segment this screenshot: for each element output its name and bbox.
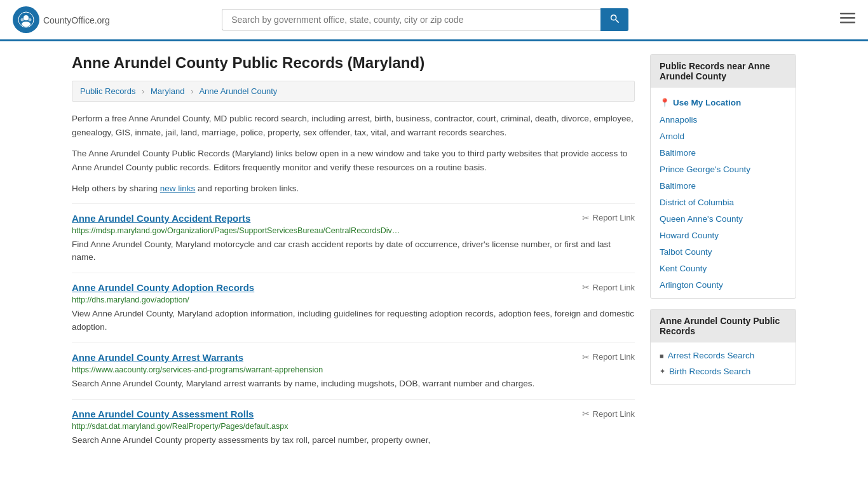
record-url-2[interactable]: https://www.aacounty.org/services-and-pr…	[72, 365, 635, 374]
nearby-link-item: Queen Anne's County	[651, 210, 796, 227]
rec-icon-1: ✦	[660, 367, 665, 376]
record-desc-1: View Anne Arundel County, Maryland adopt…	[72, 308, 635, 334]
nearby-link-9[interactable]: Kent County	[660, 264, 707, 273]
records-link-item: ✦Birth Records Search	[651, 363, 796, 379]
new-links-link[interactable]: new links	[160, 184, 196, 193]
nearby-link-3[interactable]: Prince George's County	[660, 165, 750, 174]
record-title-2[interactable]: Anne Arundel County Arrest Warrants	[72, 352, 243, 363]
nearby-section: Public Records near Anne Arundel County …	[650, 54, 796, 299]
nearby-link-5[interactable]: District of Columbia	[660, 198, 734, 207]
record-item: Anne Arundel County Accident Reports ✂ R…	[72, 203, 635, 273]
nearby-list: 📍 Use My Location AnnapolisArnoldBaltimo…	[651, 88, 796, 298]
svg-point-5	[611, 15, 616, 20]
record-title-0[interactable]: Anne Arundel County Accident Reports	[72, 213, 250, 224]
nearby-link-7[interactable]: Howard County	[660, 231, 719, 240]
menu-button[interactable]	[840, 10, 855, 29]
records-link-item: ■Arrest Records Search	[651, 348, 796, 363]
search-button[interactable]	[600, 8, 628, 31]
nearby-link-item: Prince George's County	[651, 161, 796, 177]
nearby-link-item: Annapolis	[651, 111, 796, 128]
record-url-0[interactable]: https://mdsp.maryland.gov/Organization/P…	[72, 226, 635, 235]
rec-icon-0: ■	[660, 352, 664, 360]
record-title-1[interactable]: Anne Arundel County Adoption Records	[72, 282, 254, 293]
use-location-item: 📍 Use My Location	[651, 93, 796, 111]
breadcrumb-maryland[interactable]: Maryland	[151, 86, 184, 96]
nearby-link-item: Talbot County	[651, 243, 796, 260]
records-list: Anne Arundel County Accident Reports ✂ R…	[72, 203, 635, 456]
nearby-link-item: District of Columbia	[651, 194, 796, 210]
breadcrumb-sep-1: ›	[142, 86, 144, 96]
report-link-0[interactable]: ✂ Report Link	[582, 213, 635, 223]
svg-point-1	[24, 15, 29, 20]
location-icon: 📍	[660, 98, 670, 107]
svg-point-4	[29, 18, 32, 22]
use-location-link[interactable]: Use My Location	[673, 98, 741, 107]
records-section-title: Anne Arundel County Public Records	[651, 309, 796, 342]
description-3: Help others by sharing new links and rep…	[72, 182, 635, 196]
logo-link[interactable]: CountyOffice.org	[13, 6, 110, 33]
nearby-link-0[interactable]: Annapolis	[660, 115, 697, 125]
records-links-list: ■Arrest Records Search✦Birth Records Sea…	[651, 342, 796, 384]
breadcrumb-public-records[interactable]: Public Records	[80, 86, 135, 96]
description-2: The Anne Arundel County Public Records (…	[72, 147, 635, 174]
record-url-1[interactable]: http://dhs.maryland.gov/adoption/	[72, 295, 635, 304]
logo-icon	[13, 6, 39, 33]
record-item: Anne Arundel County Arrest Warrants ✂ Re…	[72, 342, 635, 399]
nearby-link-item: Baltimore	[651, 177, 796, 194]
records-link-1[interactable]: Birth Records Search	[669, 367, 750, 376]
report-link-1[interactable]: ✂ Report Link	[582, 282, 635, 292]
report-link-2[interactable]: ✂ Report Link	[582, 352, 635, 362]
report-icon-2: ✂	[582, 352, 590, 362]
site-header: CountyOffice.org	[0, 0, 868, 41]
search-input[interactable]	[222, 9, 600, 30]
nearby-link-item: Baltimore	[651, 144, 796, 161]
sidebar: Public Records near Anne Arundel County …	[650, 54, 796, 456]
nearby-link-10[interactable]: Arlington County	[660, 280, 723, 290]
svg-line-6	[616, 20, 619, 23]
svg-rect-7	[840, 13, 855, 15]
svg-rect-8	[840, 17, 855, 19]
breadcrumb-anne-arundel[interactable]: Anne Arundel County	[199, 86, 277, 96]
search-bar	[222, 8, 628, 31]
nearby-link-item: Howard County	[651, 227, 796, 243]
records-link-0[interactable]: Arrest Records Search	[668, 351, 755, 360]
record-item: Anne Arundel County Adoption Records ✂ R…	[72, 273, 635, 342]
svg-rect-9	[840, 22, 855, 24]
nearby-link-item: Kent County	[651, 260, 796, 276]
nearby-link-item: Arlington County	[651, 276, 796, 293]
record-desc-2: Search Anne Arundel County, Maryland arr…	[72, 377, 635, 390]
nearby-link-2[interactable]: Baltimore	[660, 148, 696, 158]
nearby-link-6[interactable]: Queen Anne's County	[660, 214, 743, 224]
breadcrumb: Public Records › Maryland › Anne Arundel…	[72, 81, 635, 102]
logo-text: CountyOffice.org	[43, 13, 110, 27]
report-icon-3: ✂	[582, 409, 590, 419]
records-section: Anne Arundel County Public Records ■Arre…	[650, 309, 796, 385]
record-url-3[interactable]: http://sdat.dat.maryland.gov/RealPropert…	[72, 422, 635, 431]
nearby-link-8[interactable]: Talbot County	[660, 247, 712, 257]
record-desc-0: Find Anne Arundel County, Maryland motor…	[72, 238, 635, 264]
page-title: Anne Arundel County Public Records (Mary…	[72, 54, 635, 72]
nearby-title: Public Records near Anne Arundel County	[651, 55, 796, 88]
nearby-link-item: Arnold	[651, 128, 796, 144]
nearby-link-4[interactable]: Baltimore	[660, 181, 696, 191]
record-item: Anne Arundel County Assessment Rolls ✂ R…	[72, 399, 635, 456]
description-1: Perform a free Anne Arundel County, MD p…	[72, 112, 635, 139]
record-title-3[interactable]: Anne Arundel County Assessment Rolls	[72, 409, 254, 419]
svg-point-2	[22, 22, 31, 27]
report-icon-0: ✂	[582, 213, 590, 223]
breadcrumb-sep-2: ›	[191, 86, 193, 96]
report-icon-1: ✂	[582, 282, 590, 292]
content-area: Anne Arundel County Public Records (Mary…	[72, 54, 635, 456]
svg-point-3	[21, 18, 24, 22]
main-container: Anne Arundel County Public Records (Mary…	[59, 41, 809, 468]
nearby-link-1[interactable]: Arnold	[660, 132, 684, 141]
report-link-3[interactable]: ✂ Report Link	[582, 409, 635, 419]
record-desc-3: Search Anne Arundel County property asse…	[72, 434, 635, 447]
